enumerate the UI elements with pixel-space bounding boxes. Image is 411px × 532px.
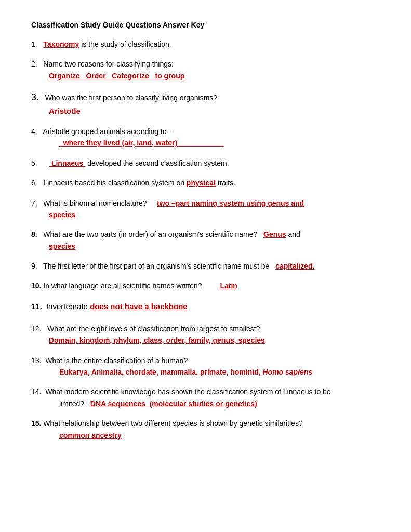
q1-answer: Taxonomy — [43, 40, 79, 48]
question-15: 15. What relationship between two differ… — [31, 418, 380, 441]
question-1: 1. Taxonomy is the study of classificati… — [31, 38, 380, 50]
q15-number: 15. — [31, 419, 41, 428]
q14-answer: DNA sequences (molecular studies or gene… — [90, 400, 257, 408]
q8-number: 8. — [31, 230, 37, 238]
q3-answer: Aristotle — [49, 107, 81, 115]
q8-answer1: Genus — [263, 230, 286, 238]
q4-answer: where they lived (air, land, water) — [59, 139, 224, 148]
q8-answer2: species — [49, 242, 75, 250]
q2-answer: Organize Order Categorize to group — [49, 72, 184, 80]
question-8: 8. What are the two parts (in order) of … — [31, 229, 380, 252]
question-list: 1. Taxonomy is the study of classificati… — [31, 38, 380, 441]
q13-text: What is the entire classification of a h… — [45, 356, 188, 365]
question-11: 11. Invertebrate does not have a backbon… — [31, 300, 380, 313]
q11-text: Invertebrate — [44, 302, 90, 311]
q7-answer2: species — [49, 210, 75, 219]
q6-text-after: traits. — [218, 179, 235, 187]
q3-number: 3. — [31, 92, 39, 102]
q2-text: Name two reasons for classifying things: — [43, 60, 174, 68]
question-6: 6. Linnaeus based his classification sys… — [31, 177, 380, 189]
q7-answer: two –part naming system using genus and — [157, 199, 304, 207]
q5-number: 5. — [31, 159, 41, 167]
q12-number: 12. — [31, 325, 45, 333]
q4-number: 4. — [31, 127, 41, 136]
question-13: 13. What is the entire classification of… — [31, 355, 380, 378]
q2-number: 2. — [31, 60, 41, 68]
q13-answer-italic: Homo sapiens — [263, 368, 313, 376]
q12-text: What are the eight levels of classificat… — [47, 325, 260, 333]
q14-number: 14. — [31, 388, 43, 396]
q13-answer-normal: Eukarya, Animalia, chordate, mammalia, p… — [59, 368, 263, 376]
q9-text: The first letter of the first part of an… — [43, 262, 273, 270]
question-5: 5. Linnaeus developed the second classif… — [31, 157, 380, 169]
q6-number: 6. — [31, 179, 41, 187]
question-2: 2. Name two reasons for classifying thin… — [31, 58, 380, 82]
q11-answer: does not have a backbone — [90, 302, 188, 311]
question-4: 4. Aristotle grouped animals according t… — [31, 126, 380, 149]
q4-text: Aristotle grouped animals according to – — [43, 127, 173, 136]
page-title: Classification Study Guide Questions Ans… — [31, 21, 380, 29]
q10-text: In what language are all scientific name… — [43, 282, 216, 290]
q7-text: What is binomial nomenclature? — [43, 199, 155, 207]
q8-text: What are the two parts (in order) of an … — [39, 230, 262, 238]
q9-answer: capitalized. — [275, 262, 314, 270]
q9-number: 9. — [31, 262, 41, 270]
q10-number: 10. — [31, 282, 41, 290]
q11-number: 11. — [31, 302, 42, 311]
q1-number: 1. — [31, 40, 41, 48]
q14-text: What modern scientific knowledge has sho… — [45, 388, 330, 396]
q7-number: 7. — [31, 199, 41, 207]
q5-answer: Linnaeus — [49, 159, 85, 167]
q6-answer: physical — [187, 179, 216, 187]
question-9: 9. The first letter of the first part of… — [31, 260, 380, 272]
q5-blank — [43, 159, 47, 167]
question-14: 14. What modern scientific knowledge has… — [31, 386, 380, 409]
question-7: 7. What is binomial nomenclature? two –p… — [31, 197, 380, 221]
q15-text: What relationship between two different … — [43, 419, 302, 428]
q8-text2: and — [288, 230, 300, 238]
question-10: 10. In what language are all scientific … — [31, 280, 380, 291]
question-3: 3. Who was the first person to classify … — [31, 90, 380, 117]
q1-text: is the study of classification. — [81, 40, 171, 48]
q10-answer: Latin — [218, 282, 237, 290]
q5-text: developed the second classification syst… — [87, 159, 229, 167]
q15-answer: common ancestry — [59, 431, 122, 440]
question-12: 12. What are the eight levels of classif… — [31, 323, 380, 347]
q13-number: 13. — [31, 356, 43, 365]
q3-text: Who was the first person to classify liv… — [41, 94, 217, 102]
q12-answer: Domain, kingdom, phylum, class, order, f… — [49, 336, 265, 344]
q6-text-before: Linnaeus based his classification system… — [43, 179, 186, 187]
q14-text2: limited? — [59, 400, 88, 408]
